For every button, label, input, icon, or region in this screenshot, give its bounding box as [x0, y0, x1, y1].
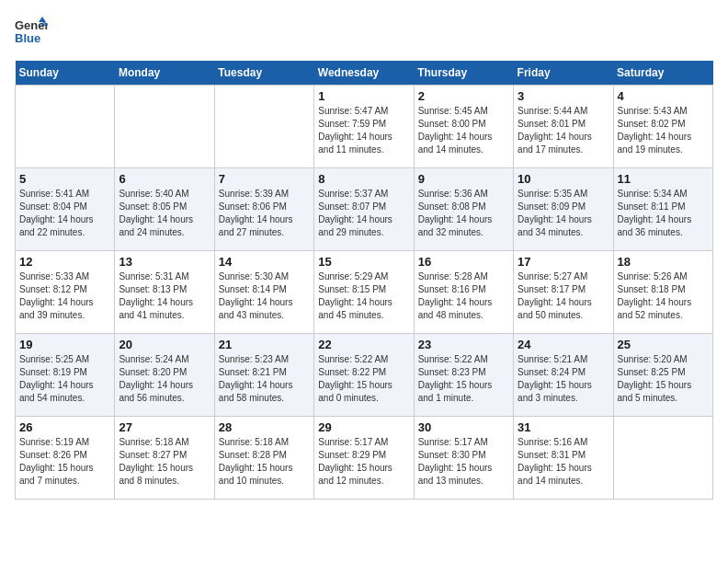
calendar-cell: 26Sunrise: 5:19 AMSunset: 8:26 PMDayligh…	[16, 417, 115, 500]
calendar-cell: 21Sunrise: 5:23 AMSunset: 8:21 PMDayligh…	[214, 334, 313, 417]
calendar-cell: 12Sunrise: 5:33 AMSunset: 8:12 PMDayligh…	[16, 251, 115, 334]
cell-date-number: 19	[19, 338, 110, 351]
calendar-week-5: 26Sunrise: 5:19 AMSunset: 8:26 PMDayligh…	[16, 417, 713, 500]
calendar-cell: 4Sunrise: 5:43 AMSunset: 8:02 PMDaylight…	[613, 86, 712, 168]
calendar-cell: 20Sunrise: 5:24 AMSunset: 8:20 PMDayligh…	[115, 334, 214, 417]
day-header-wednesday: Wednesday	[314, 61, 414, 86]
cell-info: Sunrise: 5:18 AMSunset: 8:28 PMDaylight:…	[219, 436, 310, 488]
cell-date-number: 9	[418, 172, 509, 186]
cell-info: Sunrise: 5:29 AMSunset: 8:15 PMDaylight:…	[318, 270, 409, 322]
calendar-cell: 14Sunrise: 5:30 AMSunset: 8:14 PMDayligh…	[214, 251, 313, 334]
cell-date-number: 18	[618, 255, 709, 269]
cell-info: Sunrise: 5:16 AMSunset: 8:31 PMDaylight:…	[518, 436, 609, 488]
cell-date-number: 27	[119, 420, 210, 434]
cell-info: Sunrise: 5:37 AMSunset: 8:07 PMDaylight:…	[318, 188, 409, 239]
day-header-friday: Friday	[514, 61, 613, 86]
cell-date-number: 28	[219, 420, 310, 434]
cell-info: Sunrise: 5:18 AMSunset: 8:27 PMDaylight:…	[119, 436, 210, 488]
cell-date-number: 17	[518, 255, 609, 269]
cell-info: Sunrise: 5:22 AMSunset: 8:22 PMDaylight:…	[318, 353, 409, 405]
calendar-cell: 10Sunrise: 5:35 AMSunset: 8:09 PMDayligh…	[514, 168, 613, 251]
calendar-cell: 23Sunrise: 5:22 AMSunset: 8:23 PMDayligh…	[414, 334, 513, 417]
calendar-cell: 18Sunrise: 5:26 AMSunset: 8:18 PMDayligh…	[613, 251, 712, 334]
cell-info: Sunrise: 5:21 AMSunset: 8:24 PMDaylight:…	[518, 353, 609, 405]
calendar-table: SundayMondayTuesdayWednesdayThursdayFrid…	[15, 61, 713, 500]
cell-info: Sunrise: 5:39 AMSunset: 8:06 PMDaylight:…	[219, 188, 310, 239]
calendar-cell: 17Sunrise: 5:27 AMSunset: 8:17 PMDayligh…	[514, 251, 613, 334]
cell-date-number: 11	[618, 172, 709, 186]
cell-date-number: 12	[19, 255, 110, 269]
cell-info: Sunrise: 5:19 AMSunset: 8:26 PMDaylight:…	[19, 436, 110, 488]
cell-date-number: 5	[19, 172, 110, 186]
calendar-cell: 15Sunrise: 5:29 AMSunset: 8:15 PMDayligh…	[314, 251, 414, 334]
cell-info: Sunrise: 5:35 AMSunset: 8:09 PMDaylight:…	[518, 188, 609, 239]
calendar-cell: 30Sunrise: 5:17 AMSunset: 8:30 PMDayligh…	[414, 417, 513, 500]
cell-info: Sunrise: 5:30 AMSunset: 8:14 PMDaylight:…	[219, 270, 310, 322]
logo: General Blue	[15, 15, 48, 52]
calendar-week-3: 12Sunrise: 5:33 AMSunset: 8:12 PMDayligh…	[16, 251, 713, 334]
cell-info: Sunrise: 5:17 AMSunset: 8:30 PMDaylight:…	[418, 436, 509, 488]
calendar-cell: 29Sunrise: 5:17 AMSunset: 8:29 PMDayligh…	[314, 417, 414, 500]
calendar-week-2: 5Sunrise: 5:41 AMSunset: 8:04 PMDaylight…	[16, 168, 713, 251]
cell-info: Sunrise: 5:34 AMSunset: 8:11 PMDaylight:…	[618, 188, 709, 239]
cell-date-number: 8	[318, 172, 409, 186]
calendar-cell: 28Sunrise: 5:18 AMSunset: 8:28 PMDayligh…	[214, 417, 313, 500]
cell-info: Sunrise: 5:26 AMSunset: 8:18 PMDaylight:…	[618, 270, 709, 322]
calendar-cell	[115, 86, 214, 168]
calendar-cell: 8Sunrise: 5:37 AMSunset: 8:07 PMDaylight…	[314, 168, 414, 251]
calendar-cell: 3Sunrise: 5:44 AMSunset: 8:01 PMDaylight…	[514, 86, 613, 168]
cell-info: Sunrise: 5:36 AMSunset: 8:08 PMDaylight:…	[418, 188, 509, 239]
cell-date-number: 29	[318, 420, 409, 434]
cell-info: Sunrise: 5:45 AMSunset: 8:00 PMDaylight:…	[418, 105, 509, 156]
day-header-thursday: Thursday	[414, 61, 513, 86]
cell-date-number: 7	[219, 172, 310, 186]
cell-date-number: 30	[418, 420, 509, 434]
calendar-cell: 31Sunrise: 5:16 AMSunset: 8:31 PMDayligh…	[514, 417, 613, 500]
cell-info: Sunrise: 5:44 AMSunset: 8:01 PMDaylight:…	[518, 105, 609, 156]
cell-info: Sunrise: 5:22 AMSunset: 8:23 PMDaylight:…	[418, 353, 509, 405]
calendar-week-1: 1Sunrise: 5:47 AMSunset: 7:59 PMDaylight…	[16, 86, 713, 168]
cell-date-number: 24	[518, 338, 609, 351]
calendar-cell: 13Sunrise: 5:31 AMSunset: 8:13 PMDayligh…	[115, 251, 214, 334]
cell-date-number: 22	[318, 338, 409, 351]
cell-date-number: 14	[219, 255, 310, 269]
cell-date-number: 4	[618, 89, 709, 103]
cell-date-number: 20	[119, 338, 210, 351]
cell-info: Sunrise: 5:40 AMSunset: 8:05 PMDaylight:…	[119, 188, 210, 239]
cell-date-number: 13	[119, 255, 210, 269]
cell-date-number: 26	[19, 420, 110, 434]
cell-info: Sunrise: 5:31 AMSunset: 8:13 PMDaylight:…	[119, 270, 210, 322]
day-header-sunday: Sunday	[16, 61, 115, 86]
cell-date-number: 6	[119, 172, 210, 186]
cell-info: Sunrise: 5:47 AMSunset: 7:59 PMDaylight:…	[318, 105, 409, 156]
calendar-cell: 1Sunrise: 5:47 AMSunset: 7:59 PMDaylight…	[314, 86, 414, 168]
day-header-monday: Monday	[115, 61, 214, 86]
cell-info: Sunrise: 5:23 AMSunset: 8:21 PMDaylight:…	[219, 353, 310, 405]
cell-date-number: 3	[518, 89, 609, 103]
day-header-tuesday: Tuesday	[214, 61, 313, 86]
calendar-week-4: 19Sunrise: 5:25 AMSunset: 8:19 PMDayligh…	[16, 334, 713, 417]
cell-date-number: 25	[618, 338, 709, 351]
calendar-cell: 5Sunrise: 5:41 AMSunset: 8:04 PMDaylight…	[16, 168, 115, 251]
cell-date-number: 31	[518, 420, 609, 434]
cell-date-number: 23	[418, 338, 509, 351]
calendar-cell: 11Sunrise: 5:34 AMSunset: 8:11 PMDayligh…	[613, 168, 712, 251]
cell-info: Sunrise: 5:43 AMSunset: 8:02 PMDaylight:…	[618, 105, 709, 156]
page-header: General Blue	[15, 15, 713, 52]
cell-info: Sunrise: 5:17 AMSunset: 8:29 PMDaylight:…	[318, 436, 409, 488]
calendar-header-row: SundayMondayTuesdayWednesdayThursdayFrid…	[16, 61, 713, 86]
cell-info: Sunrise: 5:20 AMSunset: 8:25 PMDaylight:…	[618, 353, 709, 405]
calendar-cell: 9Sunrise: 5:36 AMSunset: 8:08 PMDaylight…	[414, 168, 513, 251]
cell-info: Sunrise: 5:33 AMSunset: 8:12 PMDaylight:…	[19, 270, 110, 322]
calendar-cell	[214, 86, 313, 168]
calendar-cell: 27Sunrise: 5:18 AMSunset: 8:27 PMDayligh…	[115, 417, 214, 500]
cell-date-number: 16	[418, 255, 509, 269]
calendar-cell: 6Sunrise: 5:40 AMSunset: 8:05 PMDaylight…	[115, 168, 214, 251]
logo-graphic: General Blue	[15, 15, 48, 52]
cell-info: Sunrise: 5:25 AMSunset: 8:19 PMDaylight:…	[19, 353, 110, 405]
cell-info: Sunrise: 5:41 AMSunset: 8:04 PMDaylight:…	[19, 188, 110, 239]
calendar-cell: 16Sunrise: 5:28 AMSunset: 8:16 PMDayligh…	[414, 251, 513, 334]
cell-info: Sunrise: 5:28 AMSunset: 8:16 PMDaylight:…	[418, 270, 509, 322]
calendar-cell: 22Sunrise: 5:22 AMSunset: 8:22 PMDayligh…	[314, 334, 414, 417]
calendar-cell: 2Sunrise: 5:45 AMSunset: 8:00 PMDaylight…	[414, 86, 513, 168]
